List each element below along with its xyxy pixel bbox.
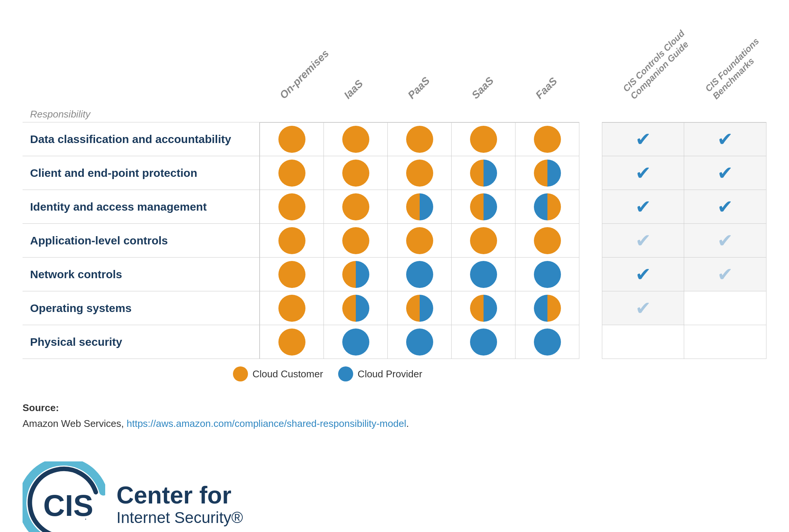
source-line-1: Source:	[23, 400, 766, 416]
row-label-cell: Application-level controls	[23, 224, 260, 258]
circle-blue	[406, 329, 433, 356]
cis-check-cell: ✔	[684, 156, 766, 190]
source-label: Source:	[23, 402, 59, 413]
source-suffix: .	[406, 418, 409, 429]
table-row: Client and end-point protection✔✔	[23, 156, 766, 190]
data-cell	[324, 325, 388, 359]
cis-text-block: Center for Internet Security®	[116, 482, 243, 527]
circle-half-orange-blue	[406, 295, 433, 322]
row-label-cell: Data classification and accountability	[23, 122, 260, 156]
col-header-faas: FaaS	[515, 23, 579, 107]
col-header-saas: SaaS	[452, 23, 515, 107]
circle-half-orange-blue	[406, 193, 433, 220]
data-cell	[452, 156, 515, 190]
circle-orange	[470, 126, 497, 153]
circle-orange	[342, 193, 369, 220]
data-cell	[388, 291, 452, 325]
circle-half-blue-orange	[534, 193, 561, 220]
spacer-cell	[579, 291, 602, 325]
data-cell	[260, 156, 323, 190]
cis-check-cell	[684, 291, 766, 325]
data-cell	[324, 190, 388, 224]
circle-orange	[278, 295, 305, 322]
check-icon-dark: ✔	[717, 128, 733, 150]
responsibility-label: Responsibility	[30, 109, 90, 120]
data-cell	[388, 325, 452, 359]
check-icon-dark: ✔	[717, 162, 733, 184]
data-cell	[388, 122, 452, 156]
spacer-cell	[579, 190, 602, 224]
data-cell	[515, 156, 579, 190]
circle-orange	[278, 160, 305, 187]
row-label-cell: Physical security	[23, 325, 260, 359]
spacer-cell	[579, 122, 602, 156]
cis-check-cell: ✔	[602, 122, 684, 156]
legend-circle-blue	[338, 366, 353, 381]
row-label: Data classification and accountability	[30, 133, 231, 145]
table-row: Operating systems✔	[23, 291, 766, 325]
data-cell	[452, 291, 515, 325]
row-label: Operating systems	[30, 302, 132, 314]
circle-orange	[470, 227, 497, 254]
cis-title-line1: Center for	[116, 482, 243, 508]
circle-blue	[534, 261, 561, 288]
spacer-cell	[579, 258, 602, 291]
cis-check-cell	[602, 325, 684, 359]
responsibility-label-cell: Responsibility	[23, 107, 260, 122]
svg-text:.: .	[85, 512, 87, 521]
data-cell	[260, 190, 323, 224]
table-row: Data classification and accountability✔✔	[23, 122, 766, 156]
data-cell	[324, 224, 388, 258]
circle-orange	[342, 227, 369, 254]
data-cell	[260, 258, 323, 291]
legend: Cloud Customer Cloud Provider	[23, 366, 766, 381]
circle-half-orange-blue	[470, 160, 497, 187]
data-cell	[324, 291, 388, 325]
data-cell	[515, 224, 579, 258]
cis-logo-section: CIS . Center for Internet Security®	[23, 461, 766, 532]
data-cell	[324, 156, 388, 190]
check-icon-light: ✔	[717, 264, 733, 285]
circle-blue	[470, 261, 497, 288]
header-row: On-premises IaaS PaaS	[23, 23, 766, 107]
row-label-cell: Client and end-point protection	[23, 156, 260, 190]
data-cell	[388, 258, 452, 291]
separator-col	[579, 23, 602, 107]
row-label: Application-level controls	[30, 234, 168, 247]
circle-half-orange-blue	[534, 160, 561, 187]
source-text: Amazon Web Services,	[23, 418, 127, 429]
cis-check-cell: ✔	[602, 190, 684, 224]
source-line-2: Amazon Web Services, https://aws.amazon.…	[23, 416, 766, 432]
circle-half-orange-blue	[470, 193, 497, 220]
circle-orange	[342, 160, 369, 187]
cis-check-cell: ✔	[602, 258, 684, 291]
data-cell	[515, 291, 579, 325]
circle-half-orange-blue	[342, 295, 369, 322]
circle-orange	[278, 329, 305, 356]
circle-orange	[406, 227, 433, 254]
main-container: On-premises IaaS PaaS	[23, 23, 766, 532]
data-cell	[452, 190, 515, 224]
label-column-header	[23, 23, 260, 107]
data-cell	[515, 325, 579, 359]
col-header-cis-foundations: CIS FoundationsBenchmarks	[684, 23, 766, 107]
check-icon-dark: ✔	[635, 162, 651, 184]
col-header-paas: PaaS	[388, 23, 452, 107]
cis-check-cell: ✔	[602, 224, 684, 258]
legend-label-cloud-customer: Cloud Customer	[252, 368, 323, 380]
table-row: Network controls✔✔	[23, 258, 766, 291]
table-row: Application-level controls✔✔	[23, 224, 766, 258]
cis-check-cell: ✔	[602, 156, 684, 190]
circle-orange	[278, 193, 305, 220]
data-cell	[452, 224, 515, 258]
source-link[interactable]: https://aws.amazon.com/compliance/shared…	[127, 418, 406, 429]
source-section: Source: Amazon Web Services, https://aws…	[23, 400, 766, 431]
legend-cloud-provider: Cloud Provider	[338, 366, 422, 381]
data-cell	[324, 122, 388, 156]
spacer-cell	[579, 156, 602, 190]
check-icon-light: ✔	[635, 230, 651, 252]
cis-check-cell: ✔	[684, 122, 766, 156]
data-cell	[515, 190, 579, 224]
legend-circle-orange	[233, 366, 248, 381]
cis-arc-logo: CIS .	[23, 461, 105, 532]
